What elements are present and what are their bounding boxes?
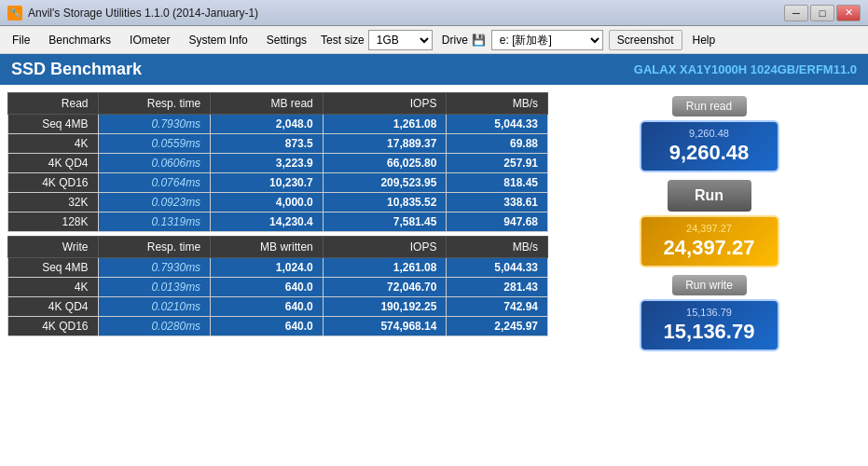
write-table-row: 4K QD16 0.0280ms 640.0 574,968.14 2,245.… — [8, 317, 548, 336]
drive-select[interactable]: e: [新加卷] — [491, 30, 603, 50]
drive-label: Drive — [442, 34, 468, 47]
test-size-group: Test size 1GB 512MB 2GB 4GB — [321, 30, 433, 50]
read-table-row: 128K 0.1319ms 14,230.4 7,581.45 947.68 — [8, 212, 548, 232]
write-table-row: 4K QD4 0.0210ms 640.0 190,192.25 742.94 — [8, 297, 548, 317]
read-resp: 0.0764ms — [98, 173, 211, 193]
write-iops: 190,192.25 — [323, 297, 447, 317]
write-iops: 1,261.08 — [323, 258, 447, 278]
write-mb: 640.0 — [211, 317, 324, 336]
read-mb: 4,000.0 — [211, 193, 324, 212]
total-score-small: 24,397.27 — [653, 223, 766, 234]
write-mb: 640.0 — [211, 278, 324, 297]
read-row-label: Seq 4MB — [8, 115, 99, 134]
read-mb: 10,230.7 — [211, 173, 324, 193]
menu-settings[interactable]: Settings — [258, 30, 315, 50]
col-write: Write — [8, 237, 99, 258]
read-iops: 1,261.08 — [323, 115, 447, 134]
col-read: Read — [8, 93, 99, 115]
write-mbs: 742.94 — [447, 297, 548, 317]
read-row-label: 4K QD16 — [8, 173, 99, 193]
write-iops: 574,968.14 — [323, 317, 447, 336]
col-iops-w: IOPS — [323, 237, 447, 258]
menu-help[interactable]: Help — [684, 30, 724, 50]
tables-container: Read Resp. time MB read IOPS MB/s Seq 4M… — [7, 92, 548, 351]
total-score-box: 24,397.27 24,397.27 — [640, 215, 779, 267]
read-score-small: 9,260.48 — [653, 128, 766, 139]
read-table-row: 4K QD16 0.0764ms 10,230.7 209,523.95 818… — [8, 173, 548, 193]
write-score-small: 15,136.79 — [653, 307, 766, 318]
menu-iometer[interactable]: IOmeter — [121, 30, 178, 50]
run-write-group: Run write 15,136.79 15,136.79 — [640, 275, 779, 351]
read-mb: 3,223.9 — [211, 154, 324, 173]
read-table-row: Seq 4MB 0.7930ms 2,048.0 1,261.08 5,044.… — [8, 115, 548, 134]
ssd-benchmark-title: SSD Benchmark — [11, 60, 142, 79]
read-resp: 0.0923ms — [98, 193, 211, 212]
read-resp: 0.0559ms — [98, 134, 211, 154]
col-mbs: MB/s — [447, 93, 548, 115]
write-mbs: 5,044.33 — [447, 258, 548, 278]
read-mbs: 818.45 — [447, 173, 548, 193]
read-row-label: 4K QD4 — [8, 154, 99, 173]
title-bar-text: Anvil's Storage Utilities 1.1.0 (2014-Ja… — [28, 7, 784, 20]
col-mbs-w: MB/s — [447, 237, 548, 258]
write-mbs: 2,245.97 — [447, 317, 548, 336]
run-read-group: Run read 9,260.48 9,260.48 — [640, 96, 779, 172]
read-iops: 66,025.80 — [323, 154, 447, 173]
maximize-button[interactable]: □ — [810, 5, 834, 21]
run-total-group: Run 24,397.27 24,397.27 — [640, 180, 779, 267]
close-button[interactable]: ✕ — [836, 5, 861, 21]
col-iops: IOPS — [323, 93, 447, 115]
write-mb: 640.0 — [211, 297, 324, 317]
run-write-button[interactable]: Run write — [672, 275, 747, 295]
write-table: Write Resp. time MB written IOPS MB/s Se… — [7, 236, 548, 336]
read-score-large: 9,260.48 — [653, 141, 766, 165]
drive-icon: 💾 — [472, 34, 486, 47]
screenshot-button[interactable]: Screenshot — [609, 30, 682, 50]
write-resp: 0.0210ms — [98, 297, 211, 317]
run-button[interactable]: Run — [668, 180, 751, 212]
write-mb: 1,024.0 — [211, 258, 324, 278]
read-mbs: 5,044.33 — [447, 115, 548, 134]
write-row-label: 4K QD16 — [8, 317, 99, 336]
ssd-model: GALAX XA1Y1000H 1024GB/ERFM11.0 — [634, 62, 857, 76]
write-score-large: 15,136.79 — [653, 320, 766, 344]
read-table-row: 4K 0.0559ms 873.5 17,889.37 69.88 — [8, 134, 548, 154]
read-resp: 0.1319ms — [98, 212, 211, 232]
read-mb: 873.5 — [211, 134, 324, 154]
read-table-row: 4K QD4 0.0606ms 3,223.9 66,025.80 257.91 — [8, 154, 548, 173]
read-mb: 14,230.4 — [211, 212, 324, 232]
read-mbs: 69.88 — [447, 134, 548, 154]
menu-benchmarks[interactable]: Benchmarks — [40, 30, 119, 50]
write-score-box: 15,136.79 15,136.79 — [640, 299, 779, 351]
test-size-select[interactable]: 1GB 512MB 2GB 4GB — [368, 30, 433, 50]
right-panel: Run read 9,260.48 9,260.48 Run 24,397.27… — [558, 92, 861, 351]
write-resp: 0.7930ms — [98, 258, 211, 278]
read-row-label: 32K — [8, 193, 99, 212]
col-resp-w: Resp. time — [98, 237, 211, 258]
write-row-label: 4K — [8, 278, 99, 297]
read-score-box: 9,260.48 9,260.48 — [640, 120, 779, 172]
title-bar: 🔧 Anvil's Storage Utilities 1.1.0 (2014-… — [0, 0, 868, 26]
ssd-header: SSD Benchmark GALAX XA1Y1000H 1024GB/ERF… — [0, 54, 868, 85]
write-iops: 72,046.70 — [323, 278, 447, 297]
read-iops: 209,523.95 — [323, 173, 447, 193]
write-table-row: 4K 0.0139ms 640.0 72,046.70 281.43 — [8, 278, 548, 297]
read-iops: 10,835.52 — [323, 193, 447, 212]
read-mb: 2,048.0 — [211, 115, 324, 134]
write-resp: 0.0139ms — [98, 278, 211, 297]
menu-file[interactable]: File — [4, 30, 38, 50]
read-table-row: 32K 0.0923ms 4,000.0 10,835.52 338.61 — [8, 193, 548, 212]
minimize-button[interactable]: ─ — [784, 5, 808, 21]
read-resp: 0.7930ms — [98, 115, 211, 134]
menu-bar: File Benchmarks IOmeter System Info Sett… — [0, 26, 868, 54]
read-iops: 17,889.37 — [323, 134, 447, 154]
test-size-label: Test size — [321, 34, 365, 47]
menu-system-info[interactable]: System Info — [180, 30, 255, 50]
benchmark-area: Read Resp. time MB read IOPS MB/s Seq 4M… — [0, 85, 868, 359]
app-icon: 🔧 — [7, 6, 22, 21]
title-bar-controls: ─ □ ✕ — [784, 5, 861, 21]
read-mbs: 257.91 — [447, 154, 548, 173]
run-read-button[interactable]: Run read — [672, 96, 747, 116]
col-mb-written: MB written — [211, 237, 324, 258]
write-row-label: 4K QD4 — [8, 297, 99, 317]
